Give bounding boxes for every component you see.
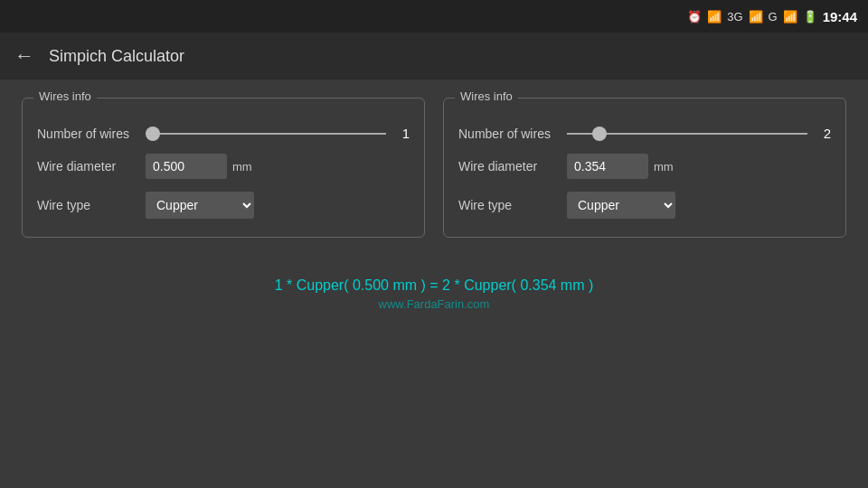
right-card-title: Wires info xyxy=(455,89,518,103)
result-area: 1 * Cupper( 0.500 mm ) = 2 * Cupper( 0.3… xyxy=(0,277,868,294)
right-diameter-unit: mm xyxy=(654,160,674,174)
right-num-wires-slider[interactable] xyxy=(567,133,807,135)
right-wire-type-label: Wire type xyxy=(458,198,567,212)
watermark-text: www.FardaFarin.com xyxy=(379,297,490,311)
left-wires-card: Wires info Number of wires 1 Wire diamet… xyxy=(22,98,425,238)
left-wire-type-select[interactable]: Cupper Aluminum xyxy=(146,192,254,219)
left-card-title: Wires info xyxy=(33,89,97,103)
left-num-wires-label: Number of wires xyxy=(37,127,146,141)
left-diameter-label: Wire diameter xyxy=(37,159,146,174)
right-num-wires-label: Number of wires xyxy=(458,127,567,141)
left-num-wires-row: Number of wires 1 xyxy=(37,126,410,141)
signal-g-label: G xyxy=(769,10,778,23)
status-bar: ⏰ 📶 3G 📶 G 📶 🔋 19:44 xyxy=(0,0,868,33)
right-wire-type-row: Wire type Cupper Aluminum xyxy=(458,192,831,219)
result-text: 1 * Cupper( 0.500 mm ) = 2 * Cupper( 0.3… xyxy=(275,277,594,293)
left-wire-type-label: Wire type xyxy=(37,198,146,212)
right-num-wires-row: Number of wires 2 xyxy=(458,126,831,141)
main-content: Wires info Number of wires 1 Wire diamet… xyxy=(0,80,868,256)
right-diameter-label: Wire diameter xyxy=(458,159,567,174)
left-diameter-input[interactable] xyxy=(146,154,227,179)
right-slider-container: 2 xyxy=(567,126,831,141)
right-diameter-row: Wire diameter mm xyxy=(458,154,831,179)
time-display: 19:44 xyxy=(823,9,857,24)
signal-bar-icon: 📶 xyxy=(783,10,797,23)
right-wire-type-select[interactable]: Cupper Aluminum xyxy=(567,192,675,219)
wifi-icon: 📶 xyxy=(707,10,722,23)
back-button[interactable]: ← xyxy=(14,44,34,68)
left-num-wires-value: 1 xyxy=(393,126,410,141)
signal-icon: 📶 xyxy=(749,10,763,23)
left-wire-type-row: Wire type Cupper Aluminum xyxy=(37,192,410,219)
left-diameter-row: Wire diameter mm xyxy=(37,154,410,179)
battery-icon: 🔋 xyxy=(803,10,817,23)
left-diameter-unit: mm xyxy=(232,160,252,174)
right-wires-card: Wires info Number of wires 2 Wire diamet… xyxy=(443,98,846,238)
network-label: 3G xyxy=(727,10,742,23)
alarm-icon: ⏰ xyxy=(687,10,702,23)
right-num-wires-value: 2 xyxy=(815,126,831,141)
watermark: www.FardaFarin.com xyxy=(0,297,868,311)
left-slider-container: 1 xyxy=(146,126,410,141)
left-num-wires-slider[interactable] xyxy=(146,133,386,135)
right-diameter-input[interactable] xyxy=(567,154,648,179)
app-title: Simpich Calculator xyxy=(49,47,184,66)
toolbar: ← Simpich Calculator xyxy=(0,33,868,80)
